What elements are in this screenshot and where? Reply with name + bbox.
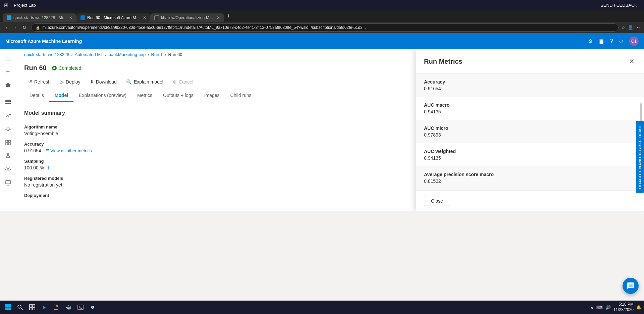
sidebar-item-monitor[interactable] <box>2 177 14 189</box>
explain-icon: 🔍 <box>126 79 132 85</box>
svg-point-9 <box>7 129 8 130</box>
explain-label: Explain model <box>134 79 163 85</box>
os-topbar-right: SEND FEEDBACK <box>598 2 640 8</box>
left-sidebar: + <box>0 49 16 211</box>
page-body: + quick-starts-ws-128228 <box>0 49 644 211</box>
refresh-nav-button[interactable]: ↻ <box>20 24 29 31</box>
tab-favicon-2 <box>80 15 85 20</box>
metric-name-auc-micro: AUC micro <box>424 125 636 131</box>
metric-name-auc-weighted: AUC weighted <box>424 149 636 154</box>
metrics-title: Run Metrics <box>424 58 462 65</box>
browser-chrome: quick-starts-ws-128228 - Microso ✕ Run 6… <box>0 10 644 33</box>
os-logo: ⊞ <box>4 2 8 8</box>
breadcrumb-link-run1[interactable]: Run 1 <box>151 52 163 57</box>
deploy-icon: ▷ <box>60 79 64 85</box>
url-bar[interactable]: 🔒 ml.azure.com/automl/experiments/id/8af… <box>31 23 619 32</box>
status-badge: Completed <box>52 65 82 71</box>
udacity-side-tab[interactable]: UDACITY NANODEGREE DEMO <box>636 121 644 193</box>
browser-tab-1[interactable]: quick-starts-ws-128228 - Microso ✕ <box>3 13 76 22</box>
metric-name-accuracy: Accuracy <box>424 79 636 85</box>
tab-child-runs[interactable]: Child runs <box>225 89 257 102</box>
refresh-button[interactable]: ↺ Refresh <box>24 77 55 87</box>
os-topbar-title: Project Lab <box>14 3 36 8</box>
sidebar-item-settings[interactable] <box>2 163 14 175</box>
tab-close-1[interactable]: ✕ <box>69 15 72 20</box>
metrics-body: Accuracy 0.91654 AUC macro 0.94135 AUC m… <box>416 74 644 190</box>
accuracy-value: 0.91654 <box>24 148 41 153</box>
tab-favicon-1 <box>7 15 11 20</box>
back-button[interactable]: ‹ <box>4 24 10 31</box>
breadcrumb-link-ws[interactable]: quick-starts-ws-128228 <box>24 52 69 57</box>
forward-button[interactable]: › <box>12 24 18 31</box>
status-dot <box>52 66 57 70</box>
sidebar-item-table[interactable] <box>2 96 14 108</box>
metric-value-accuracy: 0.91654 <box>424 86 636 91</box>
sidebar-item-plus[interactable]: + <box>2 65 14 77</box>
browser-tab-2[interactable]: Run 60 - Microsoft Azure Machin ✕ <box>76 13 150 22</box>
sidebar-item-network[interactable] <box>2 123 14 135</box>
profile-button[interactable]: 👤 <box>628 25 633 30</box>
svg-rect-12 <box>6 140 8 142</box>
new-tab-button[interactable]: + <box>224 13 233 20</box>
svg-rect-2 <box>5 60 11 60</box>
sampling-value: 100.00 % <box>24 165 44 170</box>
metric-row-accuracy: Accuracy 0.91654 <box>416 74 644 97</box>
tab-label-1: quick-starts-ws-128228 - Microso <box>13 15 67 20</box>
download-icon: ⬇ <box>90 79 94 85</box>
refresh-label: Refresh <box>34 79 51 85</box>
notifications-icon-btn[interactable]: 📋 <box>598 38 605 45</box>
metrics-close-button[interactable]: ✕ <box>628 56 636 67</box>
star-button[interactable]: ☆ <box>621 25 626 30</box>
sidebar-item-home[interactable] <box>2 79 14 91</box>
user-avatar[interactable]: O1 <box>629 37 639 46</box>
refresh-icon: ↺ <box>28 79 32 85</box>
tab-explanations[interactable]: Explanations (preview) <box>73 89 132 102</box>
tab-details[interactable]: Details <box>24 89 49 102</box>
view-all-metrics-link[interactable]: ☰ View all other metrics <box>45 148 92 153</box>
svg-rect-0 <box>5 56 11 56</box>
svg-point-16 <box>7 169 9 170</box>
metric-name-avg-prec-macro: Average precision score macro <box>424 172 636 177</box>
metrics-close-footer-button[interactable]: Close <box>424 196 450 206</box>
tab-model[interactable]: Model <box>49 89 73 102</box>
metric-value-auc-macro: 0.94135 <box>424 109 636 114</box>
svg-rect-15 <box>8 143 10 145</box>
tab-close-3[interactable]: ✕ <box>217 15 220 20</box>
deploy-button[interactable]: ▷ Deploy <box>56 77 85 87</box>
run-title: Run 60 <box>24 64 47 72</box>
cancel-button[interactable]: ⊗ Cancel <box>169 77 198 87</box>
url-text: ml.azure.com/automl/experiments/id/8af99… <box>42 25 366 30</box>
tab-metrics[interactable]: Metrics <box>132 89 158 102</box>
svg-rect-5 <box>5 103 11 104</box>
breadcrumb-link-exp[interactable]: bankMarketing-exp <box>109 52 146 57</box>
send-feedback-button[interactable]: SEND FEEDBACK <box>598 2 640 8</box>
run-metrics-panel: Run Metrics ✕ Accuracy 0.91654 AUC macro… <box>416 49 644 211</box>
svg-rect-1 <box>5 58 11 58</box>
svg-rect-6 <box>5 105 7 105</box>
tab-label-3: khalidw/Operationalizing-Machi <box>161 15 215 20</box>
download-button[interactable]: ⬇ Download <box>86 77 121 87</box>
feedback-icon-btn[interactable]: ☺ <box>619 38 624 44</box>
metric-value-auc-weighted: 0.94135 <box>424 155 636 161</box>
browser-tab-3[interactable]: khalidw/Operationalizing-Machi ✕ <box>150 13 224 22</box>
sidebar-item-expand[interactable] <box>2 137 14 149</box>
sidebar-item-hamburger[interactable] <box>2 52 14 64</box>
tab-label-2: Run 60 - Microsoft Azure Machin <box>87 15 141 20</box>
sidebar-item-flask[interactable] <box>2 150 14 162</box>
help-icon-btn[interactable]: ? <box>610 38 613 44</box>
tab-close-2[interactable]: ✕ <box>143 15 146 20</box>
azure-logo-text: Microsoft Azure Machine Learning <box>5 39 82 44</box>
status-text: Completed <box>59 65 82 71</box>
explain-model-button[interactable]: 🔍 Explain model <box>122 77 167 87</box>
settings-icon-btn[interactable]: ⚙ <box>588 38 593 45</box>
breadcrumb-link-automl[interactable]: Automated ML <box>75 52 103 57</box>
svg-rect-14 <box>6 143 8 145</box>
address-icons: ☆ 👤 ⋯ <box>621 25 640 30</box>
sampling-info-icon[interactable]: ℹ <box>48 166 50 170</box>
sidebar-item-chart[interactable] <box>2 110 14 122</box>
more-button[interactable]: ⋯ <box>635 25 640 30</box>
tab-outputs-logs[interactable]: Outputs + logs <box>158 89 199 102</box>
tab-images[interactable]: Images <box>199 89 225 102</box>
cancel-label: Cancel <box>179 79 194 85</box>
svg-point-7 <box>10 114 11 115</box>
